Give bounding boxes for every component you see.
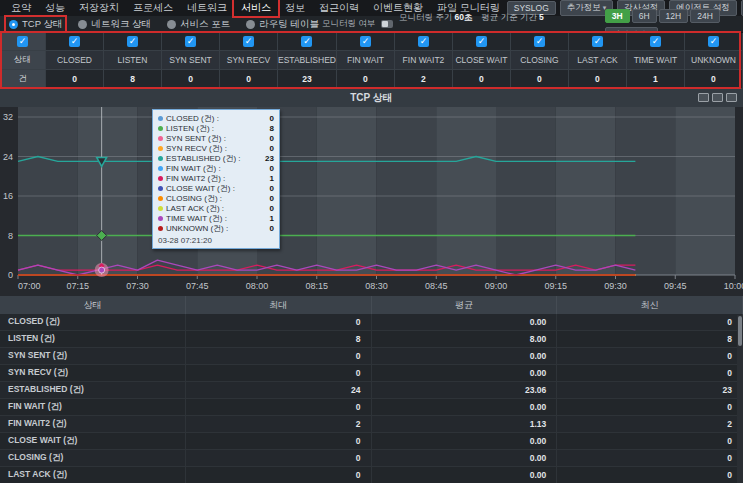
status-column-unknown: UNKNOWN	[685, 51, 743, 70]
table-row-close-wait[interactable]: CLOSE WAIT (건)00.000	[0, 433, 743, 450]
tooltip-row: CLOSE WAIT (건) :0	[158, 183, 274, 193]
status-checkbox-listen[interactable]: ✓	[127, 36, 138, 47]
status-checkbox-cell: ✓	[685, 33, 743, 51]
setting-label: 평균 기준 기간	[481, 12, 537, 22]
chart-toolbar-icons	[698, 93, 737, 102]
status-checkbox-closing[interactable]: ✓	[534, 36, 545, 47]
tooltip-series-value: 0	[270, 184, 274, 193]
status-count-close-wait: 0	[453, 70, 511, 89]
save-image-icon[interactable]	[712, 93, 723, 102]
summary-avg-value: 0.00	[372, 348, 558, 364]
range-button-3h[interactable]: 3H	[605, 9, 630, 23]
series-dot-icon	[158, 176, 163, 181]
menu-item-process[interactable]: 프로세스	[126, 0, 180, 16]
status-checkbox-syn-sent[interactable]: ✓	[185, 36, 196, 47]
x-axis-tick-label: 07:00	[18, 281, 41, 291]
status-checkbox-unknown[interactable]: ✓	[708, 36, 719, 47]
tooltip-row: SYN SENT (건) :0	[158, 133, 274, 143]
radio-network-state[interactable]: 네트워크 상태	[75, 17, 154, 32]
summary-latest-value: 0	[557, 450, 743, 466]
status-checkbox-syn-recv[interactable]: ✓	[243, 36, 254, 47]
summary-latest-value: 0	[557, 399, 743, 415]
table-row-listen[interactable]: LISTEN (건)88.008	[0, 331, 743, 348]
status-checkbox-established[interactable]: ✓	[301, 36, 312, 47]
summary-header-3: 최신	[557, 296, 743, 314]
chart-band	[616, 107, 676, 275]
status-column-close-wait: CLOSE WAIT	[453, 51, 511, 70]
status-checkbox-fin-wait[interactable]: ✓	[360, 36, 371, 47]
menu-item-info[interactable]: 정보	[278, 0, 312, 16]
tooltip-series-value: 0	[270, 144, 274, 153]
status-count-fin-wait: 0	[337, 70, 395, 89]
status-checkbox-close-wait[interactable]: ✓	[476, 36, 487, 47]
table-row-fin-wait2[interactable]: FIN WAIT2 (건)21.132	[0, 416, 743, 433]
table-row-last-ack[interactable]: LAST ACK (건)00.000	[0, 467, 743, 483]
radio-tcp-state[interactable]: TCP 상태	[6, 17, 65, 32]
summary-max-value: 0	[186, 433, 372, 449]
status-checkbox-cell: ✓	[162, 33, 220, 51]
setting-label: 모니터링 주기	[399, 12, 452, 22]
tooltip-series-list: CLOSED (건) :0LISTEN (건) :8SYN SENT (건) :…	[158, 113, 274, 233]
table-row-fin-wait[interactable]: FIN WAIT (건)00.000	[0, 399, 743, 416]
status-checkbox-time-wait[interactable]: ✓	[650, 36, 661, 47]
table-row-established[interactable]: ESTABLISHED (건)2423.0623	[0, 382, 743, 399]
view-radio-group: TCP 상태네트워크 상태서비스 포트라우팅 테이블	[4, 17, 322, 32]
scrollbar-thumb[interactable]	[738, 316, 742, 346]
table-row-syn-sent[interactable]: SYN SENT (건)00.000	[0, 348, 743, 365]
status-checkbox-closed[interactable]: ✓	[69, 36, 80, 47]
range-button-6h[interactable]: 6H	[632, 9, 657, 23]
status-column-closing: CLOSING	[511, 51, 569, 70]
chart-tooltip: CLOSED (건) :0LISTEN (건) :8SYN SENT (건) :…	[152, 109, 280, 249]
status-checkbox-cell: ✓	[337, 33, 395, 51]
range-button-12h[interactable]: 12H	[659, 9, 689, 23]
summary-max-value: 0	[186, 467, 372, 483]
summary-row-label: SYN RECV (건)	[0, 365, 186, 381]
summary-table-section: 상태최대평균최신 CLOSED (건)00.000LISTEN (건)88.00…	[0, 296, 743, 483]
summary-avg-value: 0.00	[372, 399, 558, 415]
range-button-label: 12H	[666, 11, 682, 21]
table-row-closed[interactable]: CLOSED (건)00.000	[0, 314, 743, 331]
table-row-syn-recv[interactable]: SYN RECV (건)00.000	[0, 365, 743, 382]
summary-scrollbar[interactable]	[737, 315, 743, 483]
status-count-closing: 0	[511, 70, 569, 89]
tooltip-row: LAST ACK (건) :0	[158, 203, 274, 213]
print-icon[interactable]	[726, 93, 737, 102]
chart-plot-area[interactable]: 0816243207:0007:1507:3007:4508:0008:1508…	[0, 107, 743, 296]
y-axis-tick-label: 8	[8, 231, 13, 241]
menu-item-summary[interactable]: 요약	[4, 0, 38, 16]
summary-latest-value: 0	[557, 365, 743, 381]
tooltip-series-value: 0	[270, 194, 274, 203]
series-dot-icon	[158, 166, 163, 171]
status-select-all-checkbox[interactable]: ✓	[17, 36, 28, 47]
summary-avg-value: 8.00	[372, 331, 558, 347]
range-button-24h[interactable]: 24H	[690, 9, 720, 23]
tooltip-row: CLOSING (건) :0	[158, 193, 274, 203]
status-checkbox-last-ack[interactable]: ✓	[592, 36, 603, 47]
series-dot-icon	[158, 146, 163, 151]
tcp-state-line-chart[interactable]: 0816243207:0007:1507:3007:4508:0008:1508…	[0, 107, 743, 296]
radio-label: TCP 상태	[22, 18, 62, 31]
menu-item-network[interactable]: 네트워크	[180, 0, 234, 16]
chart-band	[317, 107, 377, 275]
x-axis-tick-label: 09:00	[485, 281, 508, 291]
status-count-syn-recv: 0	[220, 70, 278, 89]
export-csv-icon[interactable]	[698, 93, 709, 102]
tooltip-series-value: 8	[270, 124, 274, 133]
status-checkbox-fin-wait2[interactable]: ✓	[418, 36, 429, 47]
monitoring-toggle[interactable]	[381, 20, 393, 28]
menu-item-performance[interactable]: 성능	[38, 0, 72, 16]
summary-latest-value: 0	[557, 467, 743, 483]
radio-routing-table[interactable]: 라우팅 테이블	[243, 17, 322, 32]
summary-table-header: 상태최대평균최신	[0, 296, 743, 314]
status-count-fin-wait2: 2	[395, 70, 453, 89]
sub-toolbar: TCP 상태네트워크 상태서비스 포트라우팅 테이블 모니터링 여부 모니터링 …	[0, 16, 743, 33]
menu-item-service[interactable]: 서비스	[234, 0, 278, 16]
summary-avg-value: 0.00	[372, 450, 558, 466]
table-row-closing[interactable]: CLOSING (건)00.000	[0, 450, 743, 467]
summary-row-label: FIN WAIT2 (건)	[0, 416, 186, 432]
series-dot-icon	[158, 216, 163, 221]
radio-service-port[interactable]: 서비스 포트	[164, 17, 233, 32]
status-checkbox-cell: ✓	[46, 33, 104, 51]
menu-item-storage[interactable]: 저장장치	[72, 0, 126, 16]
tooltip-row: UNKNOWN (건) :0	[158, 223, 274, 233]
